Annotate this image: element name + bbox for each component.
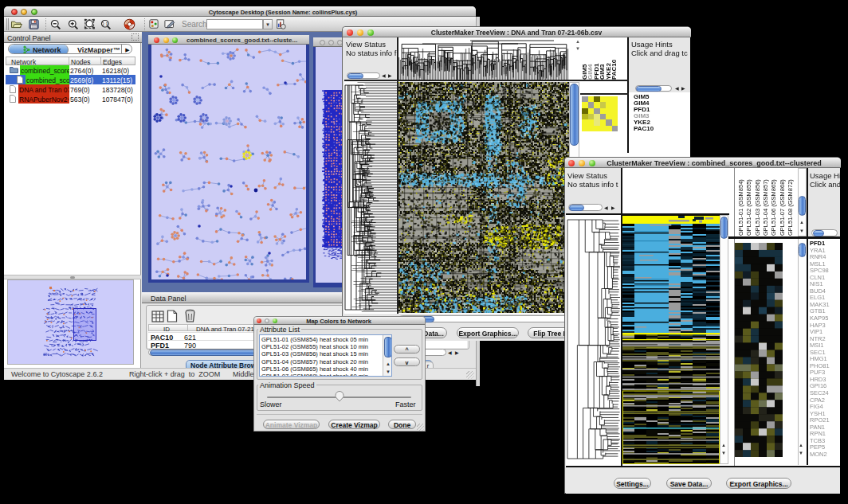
svg-text:1:1: 1:1 <box>102 22 108 26</box>
